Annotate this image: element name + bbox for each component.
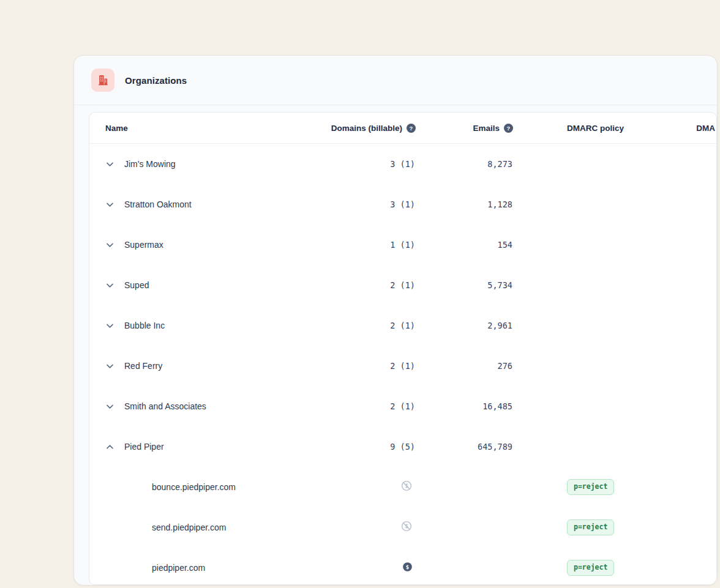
panel-header: Organizations bbox=[74, 56, 717, 105]
org-name-cell: Jim's Mowing bbox=[89, 159, 318, 169]
emails-value: 1,128 bbox=[416, 199, 513, 209]
organizations-building-icon bbox=[91, 69, 114, 92]
org-name-cell: Bubble Inc bbox=[89, 321, 318, 330]
org-name-cell: Red Ferry bbox=[89, 361, 318, 371]
org-row[interactable]: Bubble Inc 2 (1) 2,961 bbox=[89, 305, 716, 346]
dmarc-policy-cell: p=reject bbox=[513, 479, 664, 495]
column-header-dmarc-policy-label: DMARC policy bbox=[567, 124, 624, 133]
column-header-domains-label: Domains (billable) bbox=[331, 124, 402, 133]
org-name-cell: Supermax bbox=[89, 240, 318, 250]
not-billable-icon: $ bbox=[400, 520, 413, 535]
expand-chevron-icon[interactable] bbox=[105, 240, 114, 250]
column-header-name: Name bbox=[89, 124, 318, 133]
org-name-cell: Pied Piper bbox=[89, 442, 318, 452]
row-name: Stratton Oakmont bbox=[124, 199, 192, 209]
column-header-emails: Emails ? bbox=[416, 124, 513, 133]
org-row[interactable]: Suped 2 (1) 5,734 bbox=[89, 265, 716, 305]
org-row[interactable]: Pied Piper 9 (5) 645,789 bbox=[89, 426, 716, 467]
column-header-domains: Domains (billable) ? bbox=[318, 124, 416, 133]
expand-chevron-icon[interactable] bbox=[105, 442, 114, 452]
table-header-row: Name Domains (billable) ? Emails ? DMARC… bbox=[89, 113, 716, 144]
row-name: Bubble Inc bbox=[124, 321, 165, 330]
domain-name-cell: send.piedpiper.com bbox=[89, 523, 318, 532]
row-name: Red Ferry bbox=[124, 361, 162, 371]
org-row[interactable]: Smith and Associates 2 (1) 16,485 bbox=[89, 386, 716, 426]
column-header-emails-label: Emails bbox=[473, 124, 500, 133]
domains-value: 3 (1) bbox=[318, 159, 416, 169]
expand-chevron-icon[interactable] bbox=[105, 160, 114, 169]
dmarc-badge: p=reject bbox=[567, 519, 614, 535]
column-header-dmarc-clipped-label: DMA bbox=[696, 124, 715, 133]
expand-chevron-icon[interactable] bbox=[105, 200, 114, 209]
emails-value: 276 bbox=[416, 361, 513, 371]
table-body: Jim's Mowing 3 (1) 8,273 Stratton Oakmon… bbox=[89, 144, 716, 585]
row-name: Smith and Associates bbox=[124, 401, 206, 411]
column-header-dmarc-clipped: DMA bbox=[664, 124, 716, 133]
dmarc-badge: p=reject bbox=[567, 479, 614, 495]
domain-row[interactable]: piedpiper.com $ p=reject bbox=[89, 548, 716, 585]
billable-icon: $ bbox=[402, 562, 413, 575]
billable-status-cell: $ bbox=[318, 520, 416, 535]
org-name-cell: Suped bbox=[89, 280, 318, 290]
domain-name-cell: bounce.piedpiper.com bbox=[89, 482, 318, 492]
domain-name-cell: piedpiper.com bbox=[89, 563, 318, 573]
subrow-name: bounce.piedpiper.com bbox=[152, 482, 236, 492]
billable-status-cell: $ bbox=[318, 562, 416, 575]
domain-row[interactable]: bounce.piedpiper.com $ p=reject bbox=[89, 467, 716, 507]
billable-status-cell: $ bbox=[318, 480, 416, 494]
org-row[interactable]: Red Ferry 2 (1) 276 bbox=[89, 346, 716, 386]
emails-help-icon[interactable]: ? bbox=[504, 124, 513, 133]
subrow-name: send.piedpiper.com bbox=[152, 523, 226, 532]
dmarc-policy-cell: p=reject bbox=[513, 560, 664, 576]
row-name: Supermax bbox=[124, 240, 163, 250]
domains-value: 2 (1) bbox=[318, 401, 416, 411]
domains-help-icon[interactable]: ? bbox=[407, 124, 416, 133]
organizations-panel: Organizations Name Domains (billable) ? … bbox=[73, 55, 718, 586]
panel-title: Organizations bbox=[125, 75, 187, 86]
organizations-table: Name Domains (billable) ? Emails ? DMARC… bbox=[89, 112, 717, 585]
domains-value: 2 (1) bbox=[318, 280, 416, 290]
org-row[interactable]: Jim's Mowing 3 (1) 8,273 bbox=[89, 144, 716, 184]
expand-chevron-icon[interactable] bbox=[105, 402, 114, 411]
domains-value: 9 (5) bbox=[318, 442, 416, 452]
expand-chevron-icon[interactable] bbox=[105, 321, 114, 330]
domains-value: 1 (1) bbox=[318, 240, 416, 250]
domain-row[interactable]: send.piedpiper.com $ p=reject bbox=[89, 507, 716, 548]
expand-chevron-icon[interactable] bbox=[105, 281, 114, 290]
row-name: Pied Piper bbox=[124, 442, 164, 452]
page: { "panel": { "title": "Organizations", "… bbox=[0, 0, 720, 588]
row-name: Suped bbox=[124, 280, 149, 290]
org-name-cell: Smith and Associates bbox=[89, 401, 318, 411]
dmarc-policy-cell: p=reject bbox=[513, 519, 664, 535]
domains-value: 2 (1) bbox=[318, 361, 416, 371]
emails-value: 16,485 bbox=[416, 401, 513, 411]
row-name: Jim's Mowing bbox=[124, 159, 176, 169]
emails-value: 5,734 bbox=[416, 280, 513, 290]
emails-value: 154 bbox=[416, 240, 513, 250]
svg-text:$: $ bbox=[406, 564, 409, 570]
emails-value: 8,273 bbox=[416, 159, 513, 169]
subrow-name: piedpiper.com bbox=[152, 563, 205, 573]
column-header-name-label: Name bbox=[105, 124, 128, 133]
domains-value: 2 (1) bbox=[318, 321, 416, 330]
expand-chevron-icon[interactable] bbox=[105, 362, 114, 371]
emails-value: 2,961 bbox=[416, 321, 513, 330]
org-row[interactable]: Stratton Oakmont 3 (1) 1,128 bbox=[89, 184, 716, 225]
org-row[interactable]: Supermax 1 (1) 154 bbox=[89, 225, 716, 265]
dmarc-badge: p=reject bbox=[567, 560, 614, 576]
column-header-dmarc-policy: DMARC policy bbox=[513, 124, 664, 133]
emails-value: 645,789 bbox=[416, 442, 513, 452]
not-billable-icon: $ bbox=[400, 480, 413, 494]
domains-value: 3 (1) bbox=[318, 199, 416, 209]
org-name-cell: Stratton Oakmont bbox=[89, 199, 318, 209]
